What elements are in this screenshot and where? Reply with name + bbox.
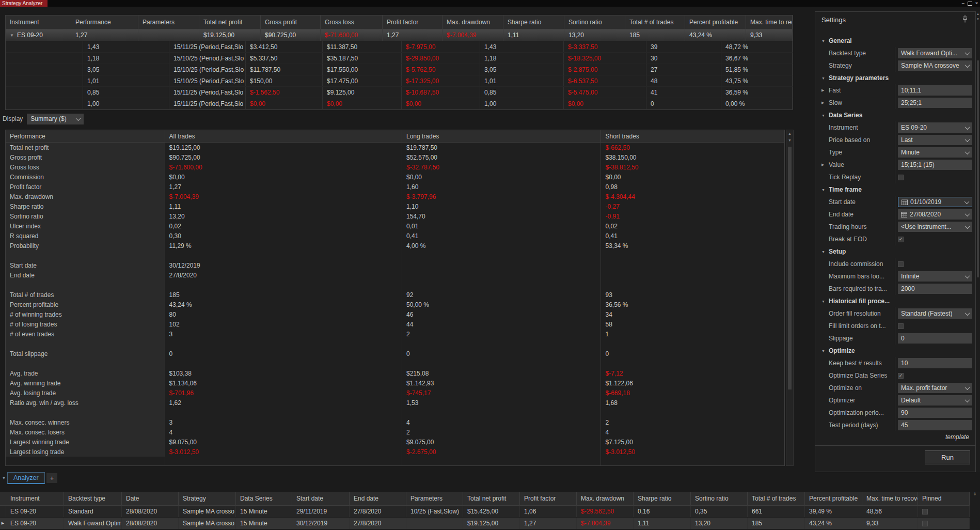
performance-row[interactable]: End date27/8/2020 <box>6 270 784 280</box>
price-based-on-dropdown[interactable]: Last <box>898 135 972 145</box>
performance-row[interactable]: Largest winning trade$9.075,00$9.075,00$… <box>6 437 784 447</box>
saved-column-header-data-series[interactable]: Data Series <box>236 492 292 505</box>
performance-row[interactable] <box>6 408 784 417</box>
scrollbar-thumb[interactable] <box>977 60 979 277</box>
maximize-icon[interactable] <box>968 2 972 6</box>
saved-column-header-strategy[interactable]: Strategy <box>179 492 236 505</box>
expand-right-icon[interactable]: ▶ <box>821 101 829 105</box>
optimization-result-row[interactable]: 1,1815/10/25 (Period,Fast,Slo$5.337,50$3… <box>6 53 793 64</box>
performance-row[interactable]: Profit factor1,271,600,98 <box>6 182 784 192</box>
section-collapse-icon[interactable]: ▼ <box>821 250 829 254</box>
saved-column-header-sharpe-ratio[interactable]: Sharpe ratio <box>634 492 691 505</box>
optimization-result-row[interactable]: 1,4315/11/25 (Period,Fast,Slo$3.412,50$1… <box>6 41 793 53</box>
performance-row[interactable]: # of even trades321 <box>6 329 784 339</box>
settings-section-optimize[interactable]: ▼Optimize <box>815 345 975 357</box>
settings-section-time-frame[interactable]: ▼Time frame <box>815 183 975 196</box>
window-title-tab[interactable]: Strategy Analyzer <box>0 0 48 7</box>
settings-scrollbar[interactable]: ▲ ▼ <box>976 11 980 472</box>
order-fill-resolution-dropdown[interactable]: Standard (Fastest) <box>898 308 972 319</box>
column-header-sharpe-ratio[interactable]: Sharpe ratio <box>503 15 564 29</box>
row-selector-gutter[interactable]: ▶ <box>0 518 6 529</box>
expand-right-icon[interactable]: ▶ <box>821 163 829 167</box>
performance-row[interactable]: Max. drawdown$-7.004,39$-3.797,96$-4.304… <box>6 192 784 201</box>
perf-column-header-long-trades[interactable]: Long trades <box>402 130 601 142</box>
perf-column-header-performance[interactable]: Performance <box>6 130 165 142</box>
settings-section-data-series[interactable]: ▼Data Series <box>815 109 975 121</box>
saved-column-header-profit-factor[interactable]: Profit factor <box>520 492 577 505</box>
performance-row[interactable]: Total slippage000 <box>6 349 784 358</box>
add-tab-button[interactable]: + <box>46 473 57 483</box>
section-collapse-icon[interactable]: ▼ <box>821 188 829 192</box>
saved-column-header-backtest-type[interactable]: Backtest type <box>64 492 122 505</box>
settings-section-strategy-parameters[interactable]: ▼Strategy parameters <box>815 72 975 84</box>
tab-analyzer[interactable]: Analyzer <box>7 472 45 484</box>
value-input[interactable]: 15;15;1 (15) <box>898 160 972 170</box>
section-collapse-icon[interactable]: ▼ <box>821 39 829 43</box>
column-header-total-net-profit[interactable]: Total net profit <box>199 15 261 29</box>
results-summary-row[interactable]: ▼ES 09-201,27$19.125,00$90.725,00$-71.60… <box>6 29 793 41</box>
optimization-result-row[interactable]: 0,8515/11/25 (Period,Fast,Slo$-1.562,50$… <box>6 87 793 98</box>
calendar-icon[interactable] <box>901 212 910 217</box>
saved-result-row[interactable]: ▶ES 09-20Walk Foward Optim28/08/2020Samp… <box>0 518 970 529</box>
calendar-icon[interactable] <box>902 199 910 205</box>
settings-section-historical-fill-proce[interactable]: ▼Historical fill proce... <box>815 295 975 307</box>
template-link[interactable]: template <box>945 433 969 441</box>
pinned-checkbox[interactable] <box>922 521 928 526</box>
performance-row[interactable]: Start date30/12/2019 <box>6 260 784 270</box>
fill-limit-orders-on-t-checkbox[interactable] <box>898 323 904 329</box>
performance-scrollbar[interactable]: ▲ ▼ <box>786 130 794 466</box>
column-header-max-time-to-recover[interactable]: Max. time to recover <box>746 15 793 29</box>
performance-row[interactable] <box>6 251 784 260</box>
close-icon[interactable]: × <box>975 1 978 6</box>
instrument-dropdown[interactable]: ES 09-20 <box>898 122 972 133</box>
column-header-gross-profit[interactable]: Gross profit <box>261 15 321 29</box>
optimization-result-row[interactable]: 1,0115/10/25 (Period,Fast,Slo$150,00$17.… <box>6 75 793 87</box>
optimizer-dropdown[interactable]: Default <box>898 395 972 406</box>
backtest-type-dropdown[interactable]: Walk Forward Opti... <box>898 48 972 58</box>
column-header-gross-loss[interactable]: Gross loss <box>321 15 383 29</box>
performance-row[interactable] <box>6 280 784 290</box>
display-dropdown[interactable]: Summary ($) <box>27 114 84 124</box>
scroll-down-icon[interactable]: ▼ <box>786 137 793 144</box>
performance-row[interactable]: Total # of trades1859293 <box>6 290 784 300</box>
performance-row[interactable]: Largest losing trade$-3.012,50$-2.675,00… <box>6 447 784 457</box>
expand-right-icon[interactable]: ▶ <box>821 88 829 92</box>
column-header-max-drawdown[interactable]: Max. drawdown <box>442 15 503 29</box>
column-header-total-of-trades[interactable]: Total # of trades <box>625 15 685 29</box>
trading-hours-dropdown[interactable]: <Use instrument... <box>898 222 972 232</box>
section-collapse-icon[interactable]: ▼ <box>821 114 829 117</box>
saved-result-row[interactable]: ES 09-20Standard28/08/2020Sample MA cros… <box>0 506 970 518</box>
saved-column-header-total-of-trades[interactable]: Total # of trades <box>748 492 805 505</box>
saved-column-header-percent-profitable[interactable]: Percent profitable <box>805 492 862 505</box>
performance-row[interactable]: Percent profitable43,24 %50,00 %36,56 % <box>6 300 784 309</box>
saved-column-header-max-time-to-recove[interactable]: Max. time to recove <box>862 492 918 505</box>
performance-row[interactable]: Max. consec. winners342 <box>6 417 784 427</box>
saved-column-header-parameters[interactable]: Parameters <box>406 492 463 505</box>
fast-input[interactable]: 10;11;1 <box>898 85 972 96</box>
performance-row[interactable]: Total net profit$19.125,00$19.787,50$-66… <box>6 143 784 152</box>
optimization-result-row[interactable]: 3,0515/10/25 (Period,Fast,Slo$11.787,50$… <box>6 64 793 75</box>
performance-row[interactable] <box>6 339 784 349</box>
scroll-down-icon[interactable]: ▼ <box>976 17 980 22</box>
saved-column-header-max-drawdown[interactable]: Max. drawdown <box>577 492 634 505</box>
performance-row[interactable]: # of losing trades1024458 <box>6 319 784 329</box>
minimize-icon[interactable]: – <box>962 1 965 6</box>
saved-column-header-end-date[interactable]: End date <box>350 492 406 505</box>
tab-list-dropdown-icon[interactable]: ▼ <box>2 476 6 480</box>
performance-row[interactable]: Ratio avg. win / avg. loss1,621,531,68 <box>6 398 784 408</box>
bars-required-to-tra-input[interactable]: 2000 <box>898 284 972 294</box>
start-date-datepicker[interactable]: 01/10/2019 <box>898 197 972 207</box>
performance-row[interactable]: Avg. winning trade$1.134,06$1.142,93$1.1… <box>6 378 784 388</box>
test-period-days-input[interactable]: 45 <box>898 420 972 430</box>
performance-row[interactable]: Gross profit$90.725,00$52.575,00$38.150,… <box>6 152 784 162</box>
settings-section-setup[interactable]: ▼Setup <box>815 245 975 258</box>
pin-icon[interactable] <box>962 15 968 25</box>
tick-replay-checkbox[interactable] <box>898 175 904 180</box>
performance-row[interactable]: Commission$0,00$0,00$0,00 <box>6 172 784 182</box>
saved-results-scroll-strip[interactable]: ⇕ <box>970 492 980 530</box>
saved-column-header-total-net-profit[interactable]: Total net profit <box>463 492 520 505</box>
column-header-instrument[interactable]: Instrument <box>6 15 71 29</box>
optimization-result-row[interactable]: 1,0015/11/25 (Period,Fast,Slo$0,00$0,00$… <box>6 98 793 110</box>
keep-best-results-input[interactable]: 10 <box>898 358 972 368</box>
performance-row[interactable]: Probability11,29 %4,00 %53,34 % <box>6 241 784 251</box>
